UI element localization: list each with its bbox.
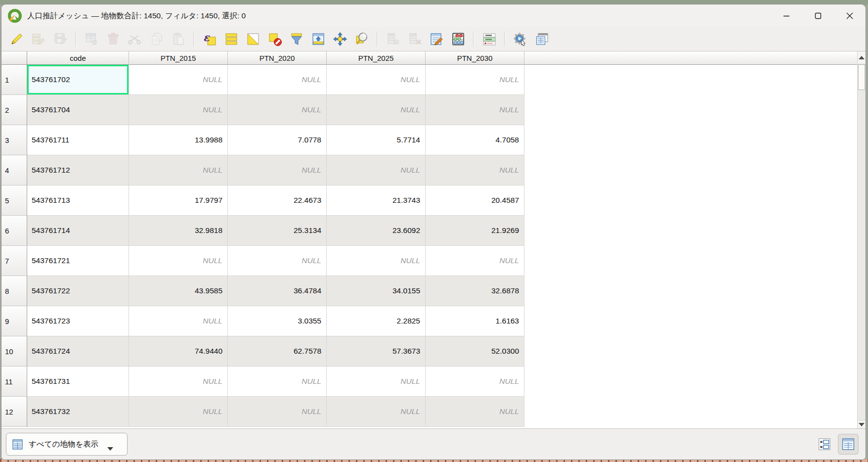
cell-value[interactable]: 57.3673 (327, 336, 426, 367)
cell-value[interactable]: 43.9585 (129, 276, 228, 306)
select-all-icon[interactable] (223, 32, 239, 47)
cell-value[interactable]: NULL (129, 246, 228, 276)
cell-value[interactable]: 7.0778 (228, 125, 327, 155)
multi-edit-mode-icon[interactable] (31, 32, 46, 47)
cell-value[interactable]: NULL (228, 397, 327, 427)
cell-code[interactable]: 543761714 (27, 216, 129, 246)
row-number[interactable]: 11 (1, 367, 27, 397)
table-view-button[interactable] (838, 434, 859, 455)
close-button[interactable] (834, 4, 866, 27)
form-view-button[interactable] (814, 434, 835, 455)
dock-attribute-table-icon[interactable] (534, 32, 550, 47)
cell-value[interactable]: 2.2825 (327, 306, 426, 336)
invert-selection-icon[interactable] (245, 32, 260, 47)
cell-value[interactable]: NULL (327, 155, 426, 185)
cell-value[interactable]: 36.4784 (228, 276, 327, 306)
cell-code[interactable]: 543761713 (27, 185, 129, 216)
cell-code[interactable]: 543761723 (27, 306, 129, 336)
cell-value[interactable]: 32.6878 (426, 276, 524, 306)
cell-value[interactable]: 13.9988 (129, 125, 228, 155)
toggle-editing-icon[interactable] (9, 32, 24, 47)
column-header-ptn2015[interactable]: PTN_2015 (129, 51, 228, 65)
actions-icon[interactable] (513, 32, 528, 47)
corner-header-cell[interactable] (1, 51, 27, 65)
pan-to-selection-icon[interactable] (332, 32, 347, 47)
move-selection-to-top-icon[interactable] (310, 32, 326, 47)
deselect-all-icon[interactable] (267, 32, 282, 47)
cell-value[interactable]: 21.3743 (327, 185, 426, 216)
row-number[interactable]: 9 (1, 306, 27, 336)
conditional-formatting-icon[interactable] (481, 32, 497, 47)
cell-value[interactable]: 62.7578 (228, 336, 327, 367)
cell-value[interactable]: 52.0300 (426, 336, 524, 367)
cell-value[interactable]: 22.4673 (228, 185, 327, 216)
cell-value[interactable]: NULL (228, 95, 327, 125)
cell-code[interactable]: 543761712 (27, 155, 129, 185)
row-number[interactable]: 1 (1, 65, 27, 95)
save-edits-icon[interactable] (52, 32, 68, 47)
cut-icon[interactable] (127, 32, 142, 47)
field-calculator-icon[interactable] (450, 32, 466, 47)
cell-code[interactable]: 543761704 (27, 95, 129, 125)
cell-value[interactable]: NULL (129, 397, 228, 427)
cell-value[interactable]: 1.6163 (426, 306, 524, 336)
copy-icon[interactable] (149, 32, 164, 47)
row-number[interactable]: 2 (1, 95, 27, 125)
row-number[interactable]: 10 (1, 336, 27, 367)
cell-code[interactable]: 543761722 (27, 276, 129, 306)
feature-filter-button[interactable]: すべての地物を表示 (6, 433, 128, 456)
delete-selected-icon[interactable] (105, 32, 121, 47)
scroll-up-button[interactable] (858, 51, 866, 64)
scroll-down-button[interactable] (858, 420, 866, 428)
cell-value[interactable]: NULL (426, 95, 524, 125)
row-number[interactable]: 7 (1, 246, 27, 276)
cell-value[interactable]: 5.7714 (327, 125, 426, 155)
cell-value[interactable]: NULL (327, 367, 426, 397)
cell-value[interactable]: 20.4587 (426, 185, 524, 216)
cell-value[interactable]: NULL (129, 65, 228, 95)
cell-value[interactable]: NULL (327, 397, 426, 427)
scrollbar-thumb[interactable] (858, 64, 865, 90)
cell-code[interactable]: 543761732 (27, 397, 129, 427)
select-by-expression-icon[interactable]: ε (202, 32, 217, 47)
add-feature-icon[interactable] (84, 32, 99, 47)
cell-code[interactable]: 543761721 (27, 246, 129, 276)
row-number[interactable]: 4 (1, 155, 27, 185)
cell-value[interactable]: NULL (228, 246, 327, 276)
cell-code[interactable]: 543761711 (27, 125, 129, 155)
row-number[interactable]: 8 (1, 276, 27, 306)
minimize-button[interactable] (771, 4, 802, 27)
column-header-ptn2020[interactable]: PTN_2020 (228, 51, 327, 65)
delete-field-icon[interactable] (407, 32, 422, 47)
cell-value[interactable]: NULL (129, 306, 228, 336)
cell-value[interactable]: 34.0155 (327, 276, 426, 306)
row-number[interactable]: 12 (1, 397, 27, 427)
cell-value[interactable]: 25.3134 (228, 216, 327, 246)
cell-value[interactable]: 23.6092 (327, 216, 426, 246)
maximize-button[interactable] (802, 4, 834, 27)
cell-code[interactable]: 543761724 (27, 336, 129, 367)
cell-value[interactable]: NULL (426, 367, 524, 397)
cell-value[interactable]: NULL (426, 246, 524, 276)
cell-value[interactable]: NULL (327, 95, 426, 125)
edit-attribute-form-icon[interactable] (429, 32, 444, 47)
cell-value[interactable]: 3.0355 (228, 306, 327, 336)
zoom-to-selection-icon[interactable] (354, 32, 369, 47)
cell-value[interactable]: NULL (129, 367, 228, 397)
cell-value[interactable]: NULL (327, 65, 426, 95)
row-number[interactable]: 3 (1, 125, 27, 155)
column-header-code[interactable]: code (27, 51, 129, 65)
cell-value[interactable]: NULL (426, 397, 524, 427)
cell-value[interactable]: 32.9818 (129, 216, 228, 246)
row-number[interactable]: 5 (1, 185, 27, 216)
filter-select-form-icon[interactable] (289, 32, 304, 47)
cell-value[interactable]: 17.9797 (129, 185, 228, 216)
cell-value[interactable]: NULL (228, 65, 327, 95)
paste-icon[interactable] (171, 32, 186, 47)
cell-value[interactable]: NULL (426, 65, 524, 95)
column-header-ptn2030[interactable]: PTN_2030 (426, 51, 524, 65)
new-field-icon[interactable] (385, 32, 400, 47)
cell-value[interactable]: NULL (327, 246, 426, 276)
cell-value[interactable]: 74.9440 (129, 336, 228, 367)
column-header-ptn2025[interactable]: PTN_2025 (327, 51, 426, 65)
